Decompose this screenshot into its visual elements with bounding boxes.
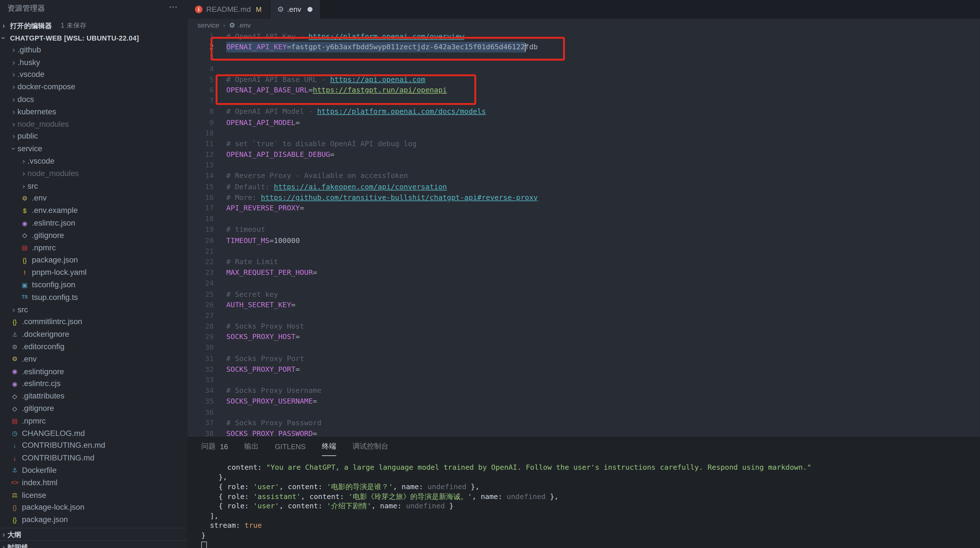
tree-file-.dockerignore[interactable]: ⚓.dockerignore xyxy=(0,328,188,340)
timeline-section[interactable]: › 时间线 xyxy=(0,540,188,548)
code-line-12[interactable]: OPENAI_API_DISABLE_DEBUG= xyxy=(226,149,980,160)
panel-tab-gitlens[interactable]: GITLENS xyxy=(275,438,305,456)
panel-tab-output[interactable]: 输出 xyxy=(244,438,259,456)
panel-tab-label: 问题 xyxy=(201,442,216,451)
code-line-35[interactable]: SOCKS_PROXY_USERNAME= xyxy=(226,396,980,407)
code-line-13[interactable] xyxy=(226,160,980,171)
code-line-34[interactable]: # Socks Proxy Username xyxy=(226,386,980,396)
dirty-dot-icon[interactable] xyxy=(307,7,312,12)
code-line-27[interactable] xyxy=(226,310,980,321)
code-line-22[interactable]: # Rate Limit xyxy=(226,257,980,267)
tree-file-.gitignore[interactable]: ◇.gitignore xyxy=(0,229,188,241)
code-line-32[interactable]: SOCKS_PROXY_PORT= xyxy=(226,364,980,375)
tree-file-.env[interactable]: ⚙.env xyxy=(0,192,188,205)
tree-folder-node_modules[interactable]: ›node_modules xyxy=(0,118,188,130)
code-line-10[interactable] xyxy=(226,128,980,138)
tree-folder-.github[interactable]: ›.github xyxy=(0,44,188,56)
tree-item-label: .vscode xyxy=(28,157,55,165)
tree-folder-public[interactable]: ›public xyxy=(0,130,188,143)
tree-file-CONTRIBUTING.en.md[interactable]: ↓CONTRIBUTING.en.md xyxy=(0,439,188,452)
code-line-1[interactable]: # OpenAI API Key - https://platform.open… xyxy=(226,31,980,42)
tree-folder-src[interactable]: ›src xyxy=(0,303,188,316)
tree-folder-docs[interactable]: ›docs xyxy=(0,93,188,106)
project-root-section[interactable]: › CHATGPT-WEB [WSL: UBUNTU-22.04] xyxy=(0,32,188,44)
tree-file-.editorconfig[interactable]: ⚙.editorconfig xyxy=(0,340,188,353)
code-line-38[interactable]: SOCKS_PROXY_PASSWORD= xyxy=(226,428,980,437)
tab-env[interactable]: ⚙ .env xyxy=(270,0,321,19)
tree-file-.commitlintrc.json[interactable]: {}.commitlintrc.json xyxy=(0,316,188,328)
panel-tab-terminal[interactable]: 终端 xyxy=(322,438,336,456)
tree-file-Dockerfile[interactable]: ⚓Dockerfile xyxy=(0,464,188,477)
code-line-25[interactable]: # Secret key xyxy=(226,289,980,300)
tree-folder-service[interactable]: ›service xyxy=(0,143,188,155)
code-line-33[interactable] xyxy=(226,375,980,386)
editor[interactable]: 1234567891011121314151617181920212223242… xyxy=(188,31,980,437)
breadcrumb-file[interactable]: .env xyxy=(238,21,251,29)
code-token: # Socks Proxy Port xyxy=(226,354,304,363)
code-line-29[interactable]: SOCKS_PROXY_HOST= xyxy=(226,332,980,342)
tree-folder-.vscode[interactable]: ›.vscode xyxy=(0,155,188,167)
code-line-24[interactable] xyxy=(226,278,980,289)
code-line-30[interactable] xyxy=(226,342,980,353)
more-actions-icon[interactable]: ⋯ xyxy=(169,2,178,12)
code-line-5[interactable]: # OpenAI API Base URL - https://api.open… xyxy=(226,74,980,85)
tree-folder-node_modules[interactable]: ›node_modules xyxy=(0,167,188,179)
panel-tab-debug-console[interactable]: 调试控制台 xyxy=(353,438,388,456)
tree-folder-docker-compose[interactable]: ›docker-compose xyxy=(0,81,188,93)
code-line-15[interactable]: # Default: https://ai.fakeopen.com/api/c… xyxy=(226,182,980,192)
code-line-26[interactable]: AUTH_SECRET_KEY= xyxy=(226,300,980,310)
breadcrumb-folder[interactable]: service xyxy=(197,21,219,29)
outline-section[interactable]: › 大纲 xyxy=(0,528,188,541)
tree-file-pnpm-lock.yaml[interactable]: !pnpm-lock.yaml xyxy=(0,267,188,279)
tree-file-.eslintrc.cjs[interactable]: ◉.eslintrc.cjs xyxy=(0,378,188,390)
tree-file-.gitignore[interactable]: ◇.gitignore xyxy=(0,402,188,415)
tree-file-.npmrc[interactable]: ▤.npmrc xyxy=(0,241,188,254)
tree-file-license[interactable]: ⚖license xyxy=(0,489,188,501)
code-line-3[interactable] xyxy=(226,52,980,64)
tree-file-index.html[interactable]: <>index.html xyxy=(0,477,188,489)
arrow-down-circle-icon: ↓ xyxy=(10,454,19,461)
tree-file-tsconfig.json[interactable]: ▣tsconfig.json xyxy=(0,279,188,291)
code-line-31[interactable]: # Socks Proxy Port xyxy=(226,353,980,364)
tree-file-CHANGELOG.md[interactable]: ◷CHANGELOG.md xyxy=(0,427,188,439)
tree-file-package.json[interactable]: {}package.json xyxy=(0,254,188,267)
code-line-16[interactable]: # More: https://github.com/transitive-bu… xyxy=(226,192,980,203)
code-line-7[interactable] xyxy=(226,96,980,106)
code-line-14[interactable]: # Reverse Proxy - Available on accessTok… xyxy=(226,171,980,181)
code-line-23[interactable]: MAX_REQUEST_PER_HOUR= xyxy=(226,267,980,278)
tree-folder-.husky[interactable]: ›.husky xyxy=(0,56,188,68)
code-line-37[interactable]: # Socks Proxy Password xyxy=(226,418,980,428)
code-line-6[interactable]: OPENAI_API_BASE_URL=https://fastgpt.run/… xyxy=(226,85,980,96)
tree-folder-.vscode[interactable]: ›.vscode xyxy=(0,68,188,81)
tree-file-CONTRIBUTING.md[interactable]: ↓CONTRIBUTING.md xyxy=(0,452,188,464)
tree-file-.gitattributes[interactable]: ◇.gitattributes xyxy=(0,390,188,402)
terminal-output[interactable]: content: "You are ChatGPT, a large langu… xyxy=(188,455,980,548)
tree-file-package-lock.json[interactable]: {}package-lock.json xyxy=(0,501,188,514)
code-line-28[interactable]: # Socks Proxy Host xyxy=(226,321,980,332)
code-line-9[interactable]: OPENAI_API_MODEL= xyxy=(226,117,980,128)
code-line-19[interactable]: # timeout xyxy=(226,224,980,235)
tree-file-package.json[interactable]: {}package.json xyxy=(0,514,188,526)
open-editors-section[interactable]: › 打开的编辑器 1 未保存 xyxy=(0,19,188,32)
code-line-18[interactable] xyxy=(226,214,980,224)
panel-tab-problems[interactable]: 问题16 xyxy=(201,438,228,456)
tree-file-.eslintignore[interactable]: ◉.eslintignore xyxy=(0,365,188,378)
code-line-2[interactable]: OPENAI_API_KEY=fastgpt-y6b3axfbdd5wyp011… xyxy=(226,42,980,52)
tree-file-tsup.config.ts[interactable]: TStsup.config.ts xyxy=(0,291,188,303)
code-line-4[interactable] xyxy=(226,64,980,74)
code-line-21[interactable] xyxy=(226,246,980,257)
tree-file-.env.example[interactable]: $.env.example xyxy=(0,205,188,217)
tree-folder-kubernetes[interactable]: ›kubernetes xyxy=(0,106,188,118)
bottom-panel: 问题16输出GITLENS终端调试控制台 content: "You are C… xyxy=(188,437,980,548)
line-number: 37 xyxy=(188,418,213,428)
code-line-20[interactable]: TIMEOUT_MS=100000 xyxy=(226,235,980,246)
tree-file-.env[interactable]: ⚙.env xyxy=(0,353,188,365)
tree-file-.eslintrc.json[interactable]: ◉.eslintrc.json xyxy=(0,217,188,229)
code-line-17[interactable]: API_REVERSE_PROXY= xyxy=(226,203,980,214)
code-line-8[interactable]: # OpenAI API Model - https://platform.op… xyxy=(226,106,980,117)
tree-file-.npmrc[interactable]: ▤.npmrc xyxy=(0,415,188,427)
code-line-36[interactable] xyxy=(226,407,980,418)
tab-readme[interactable]: i README.md M xyxy=(188,0,270,19)
tree-folder-src[interactable]: ›src xyxy=(0,179,188,192)
code-line-11[interactable]: # set `true` to disable OpenAI API debug… xyxy=(226,138,980,149)
